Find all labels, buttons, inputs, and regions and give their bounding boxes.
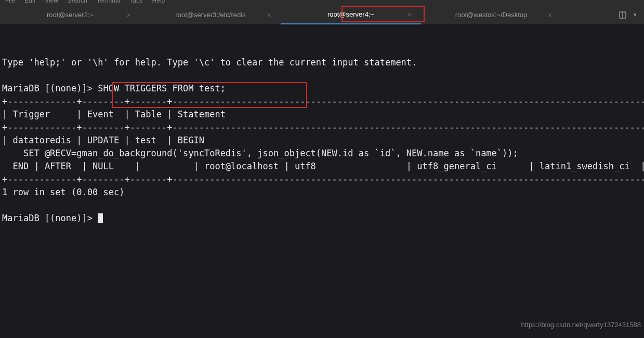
close-icon[interactable]: × — [548, 11, 552, 19]
tab-westos[interactable]: root@westos:~/Desktop × — [421, 5, 561, 24]
close-icon[interactable]: × — [408, 10, 412, 19]
tab-bar: root@server2:~ × root@server3:/etc/redis… — [0, 5, 644, 25]
tab-server2[interactable]: root@server2:~ × — [0, 5, 140, 24]
tab-server4[interactable]: root@server4:~ × — [281, 5, 421, 24]
terminal-line: +-------------+--------+-------+--------… — [2, 174, 644, 184]
terminal-line: | datatoredis | UPDATE | test | BEGIN — [2, 135, 204, 145]
terminal-prompt: MariaDB [(none)]> — [2, 213, 98, 223]
menu-search[interactable]: Search — [68, 0, 87, 1]
menu-file[interactable]: File — [5, 0, 15, 1]
menubar: File Edit View Search Terminal Tabs Help — [0, 0, 644, 5]
terminal-prompt: MariaDB [(none)]> — [2, 83, 98, 93]
terminal-line: Type 'help;' or '\h' for help. Type '\c'… — [2, 57, 417, 67]
split-terminal-icon[interactable] — [619, 11, 626, 19]
close-icon[interactable]: × — [127, 11, 131, 19]
menu-terminal[interactable]: Terminal — [97, 0, 120, 1]
menu-help[interactable]: Help — [152, 0, 165, 1]
terminal-line: | Trigger | Event | Table | Statement | … — [2, 109, 644, 119]
tab-label: root@westos:~/Desktop — [455, 11, 528, 19]
terminal-line: SET @RECV=gman_do_background('syncToRedi… — [2, 148, 518, 158]
terminal-line: 1 row in set (0.00 sec) — [2, 187, 124, 197]
tab-label: root@server4:~ — [327, 10, 374, 18]
menu-edit[interactable]: Edit — [24, 0, 35, 1]
tab-server3[interactable]: root@server3:/etc/redis × — [140, 5, 281, 24]
terminal-line: +-------------+--------+-------+--------… — [2, 96, 644, 106]
tab-extra-controls: ▾ — [619, 11, 644, 19]
terminal-line: END | AFTER | NULL | | root@localhost | … — [2, 161, 644, 171]
chevron-down-icon[interactable]: ▾ — [634, 11, 637, 18]
close-icon[interactable]: × — [267, 11, 271, 19]
terminal-command: SHOW TRIGGERS FROM test; — [98, 83, 226, 93]
menu-tabs[interactable]: Tabs — [129, 0, 142, 1]
terminal-line: +-------------+--------+-------+--------… — [2, 122, 644, 132]
cursor — [98, 213, 103, 223]
watermark: https://blog.csdn.net/qwerty1372431588 — [521, 320, 641, 330]
tab-label: root@server2:~ — [47, 11, 94, 19]
terminal-output[interactable]: Type 'help;' or '\h' for help. Type '\c'… — [0, 25, 644, 338]
tab-label: root@server3:/etc/redis — [175, 11, 245, 19]
menu-view[interactable]: View — [45, 0, 58, 1]
